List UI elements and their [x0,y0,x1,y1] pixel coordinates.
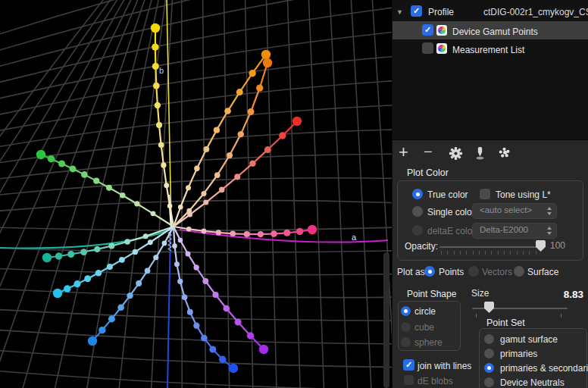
device-neutrals-label: Device Neutrals [500,377,565,388]
list-toolbar: + − [393,141,588,168]
layer-label: Device Gamut Points [452,27,538,37]
stepper-icon [547,226,552,236]
axis-label-b: b [159,66,164,75]
radio-primaries[interactable] [484,349,494,358]
radio-shape-cube[interactable] [401,322,411,332]
radio-deltae-color[interactable] [412,225,423,236]
color-wheel-icon [436,43,447,54]
deltae-color-label: deltaE color: [427,226,478,236]
profile-checkbox[interactable]: ✓ [411,5,422,17]
gamut-surface-label: gamut surface [500,334,558,345]
size-value: 8.83 [564,289,583,300]
size-slider-tick [476,314,477,318]
layer-label: Measurement List [452,45,524,55]
plot-as-points-label: Points [439,267,464,277]
single-color-dropdown[interactable]: <auto select> [472,203,557,219]
opacity-label: Opacity: [405,241,438,252]
layer-checkbox[interactable]: ✓ [422,24,433,36]
deltae-dropdown[interactable]: Delta-E2000 [472,223,557,239]
radio-gamut-surface[interactable] [484,334,494,344]
radio-plot-as-surface[interactable] [514,266,524,277]
radio-device-neutrals[interactable] [484,377,494,387]
stepper-icon [547,206,552,216]
plot-scrollbar[interactable] [383,252,389,388]
dropper-icon[interactable] [474,146,486,163]
single-color-value: <auto select> [480,205,532,214]
settings-gear-icon[interactable] [449,146,463,163]
de-blobs-label: dE blobs [418,376,453,386]
axis-label-a: a [352,233,357,242]
control-panel: ▼ ✓ Profile ctDIG-002r1_cmykogv_CS_7C no… [392,0,588,388]
profile-label: Profile [428,7,454,17]
remove-button[interactable]: − [424,143,433,161]
plot-as-surface-label: Surface [527,267,558,277]
primaries-secondaries-label: primaries & secondaries [500,363,588,374]
disclosure-triangle-icon[interactable]: ▼ [396,8,403,16]
size-label: Size [471,288,489,299]
size-slider-thumb[interactable] [484,302,494,313]
true-color-label: True color [427,189,468,200]
app-window: ba ▼ ✓ Profile ctDIG-002r1_cmykogv_CS_7C… [0,0,588,388]
add-button[interactable]: + [399,142,408,162]
radio-primaries-secondaries[interactable] [484,363,494,373]
radio-shape-circle[interactable] [401,306,411,316]
plot-as-label: Plot as: [397,267,427,277]
tone-using-l-checkbox[interactable] [480,189,490,199]
point-shape-title: Point Shape [407,289,456,299]
gamut-3d-plot[interactable]: ba [0,0,392,388]
shape-cube-label: cube [414,322,434,333]
tone-using-l-label: Tone using L* [496,189,551,200]
layer-row-measurement-list[interactable]: Measurement List [393,39,588,58]
deltae-value: Delta-E2000 [480,225,528,234]
profile-value: ctDIG-002r1_cmykogv_CS_7C no... [483,7,588,17]
shape-sphere-label: sphere [414,337,443,348]
radio-plot-as-vectors[interactable] [468,266,479,277]
radio-single-color[interactable] [412,206,423,217]
layer-row-device-gamut-points[interactable]: ✓ Device Gamut Points [393,21,588,39]
profile-row[interactable]: ▼ ✓ Profile ctDIG-002r1_cmykogv_CS_7C no… [393,2,588,20]
shape-circle-label: circle [414,306,436,317]
plot-color-title: Plot Color [407,167,449,178]
radio-plot-as-points[interactable] [424,266,435,277]
layer-checkbox[interactable] [422,42,433,54]
single-color-label: Single color: [427,207,477,217]
primaries-label: primaries [500,349,537,359]
join-with-lines-label: join with lines [418,361,471,371]
radio-shape-sphere[interactable] [401,337,411,347]
de-blobs-checkbox[interactable] [404,375,414,385]
cluster-icon[interactable] [498,146,511,162]
point-set-title: Point Set [486,318,525,328]
opacity-slider-track[interactable] [439,246,541,248]
radio-true-color[interactable] [412,189,423,199]
opacity-slider-ticks [441,251,541,255]
color-wheel-icon [436,25,447,36]
size-slider-tick [561,314,561,318]
join-with-lines-checkbox[interactable]: ✓ [403,359,414,371]
opacity-value: 100 [550,240,565,251]
layer-list: ▼ ✓ Profile ctDIG-002r1_cmykogv_CS_7C no… [393,0,588,140]
plot-as-vectors-label: Vectors [482,267,512,277]
